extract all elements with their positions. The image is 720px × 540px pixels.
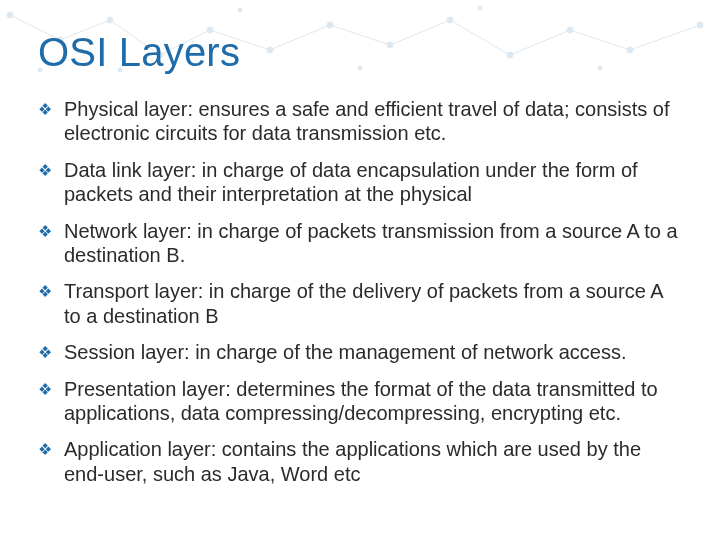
diamond-bullet-icon: ❖: [38, 158, 64, 181]
list-item: ❖ Session layer: in charge of the manage…: [38, 340, 682, 364]
bullet-text: Physical layer: ensures a safe and effic…: [64, 97, 682, 146]
bullet-text: Network layer: in charge of packets tran…: [64, 219, 682, 268]
bullet-list: ❖ Physical layer: ensures a safe and eff…: [38, 97, 682, 486]
list-item: ❖ Application layer: contains the applic…: [38, 437, 682, 486]
list-item: ❖ Data link layer: in charge of data enc…: [38, 158, 682, 207]
diamond-bullet-icon: ❖: [38, 340, 64, 363]
bullet-text: Transport layer: in charge of the delive…: [64, 279, 682, 328]
bullet-text: Data link layer: in charge of data encap…: [64, 158, 682, 207]
list-item: ❖ Presentation layer: determines the for…: [38, 377, 682, 426]
diamond-bullet-icon: ❖: [38, 437, 64, 460]
diamond-bullet-icon: ❖: [38, 219, 64, 242]
diamond-bullet-icon: ❖: [38, 279, 64, 302]
diamond-bullet-icon: ❖: [38, 377, 64, 400]
diamond-bullet-icon: ❖: [38, 97, 64, 120]
bullet-text: Session layer: in charge of the manageme…: [64, 340, 682, 364]
slide-content: OSI Layers ❖ Physical layer: ensures a s…: [0, 0, 720, 540]
list-item: ❖ Network layer: in charge of packets tr…: [38, 219, 682, 268]
list-item: ❖ Physical layer: ensures a safe and eff…: [38, 97, 682, 146]
slide-title: OSI Layers: [38, 30, 682, 75]
list-item: ❖ Transport layer: in charge of the deli…: [38, 279, 682, 328]
bullet-text: Application layer: contains the applicat…: [64, 437, 682, 486]
bullet-text: Presentation layer: determines the forma…: [64, 377, 682, 426]
